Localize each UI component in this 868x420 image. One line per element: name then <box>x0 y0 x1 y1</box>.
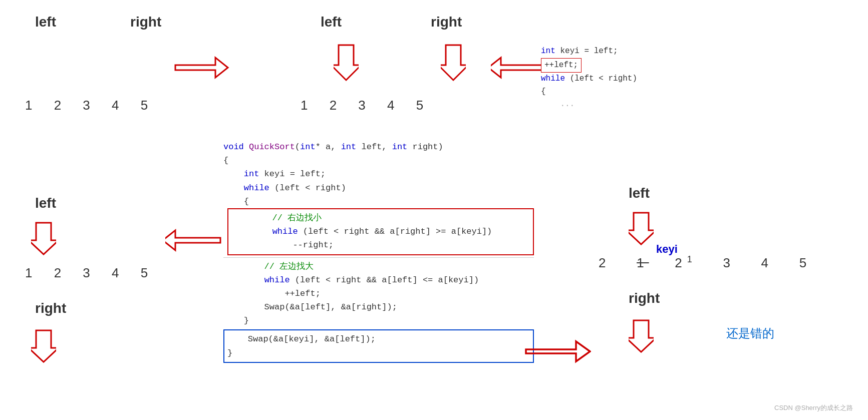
top-right-code: int keyi = left; ++left; while (left < r… <box>541 45 637 111</box>
svg-marker-3 <box>491 58 546 78</box>
svg-marker-7 <box>526 341 590 361</box>
arrow-down-right-left <box>629 210 654 245</box>
top-right-label: right <box>130 14 161 30</box>
svg-marker-4 <box>31 223 56 254</box>
right-section-left-label: left <box>629 185 650 201</box>
left-section-numbers: 1 2 3 4 5 <box>25 265 157 281</box>
svg-marker-2 <box>441 45 466 80</box>
arrow-left-mid <box>165 225 225 255</box>
mid-left-label: left <box>321 14 342 30</box>
top-left-numbers: 1 2 3 4 5 <box>25 98 157 113</box>
svg-marker-8 <box>629 213 654 244</box>
arrow-right-top <box>170 53 230 83</box>
svg-marker-6 <box>165 230 220 250</box>
top-left-label: left <box>35 14 56 30</box>
arrow-down-right-right <box>629 318 654 353</box>
left-section-left-label: left <box>35 195 56 211</box>
arrow-down-mid-right <box>441 43 466 83</box>
right-section-numbers: 2 1 21 3 4 5 <box>599 254 811 271</box>
svg-marker-5 <box>31 330 56 362</box>
svg-marker-9 <box>629 320 654 352</box>
left-section-right-label: right <box>35 300 66 316</box>
mid-numbers: 1 2 3 4 5 <box>301 98 432 113</box>
code-block: void QuickSort(int* a, int left, int rig… <box>223 140 534 363</box>
svg-marker-0 <box>175 58 228 78</box>
mid-right-label: right <box>431 14 462 30</box>
arrow-right-bottom <box>521 335 591 368</box>
arrow-down-left-left <box>31 220 56 255</box>
svg-marker-1 <box>334 45 359 80</box>
arrow-down-mid-left <box>334 43 359 83</box>
arrow-down-left-right <box>31 328 56 363</box>
right-section-right-label: right <box>629 290 660 306</box>
still-wrong-label: 还是错的 <box>726 325 774 341</box>
watermark: CSDN @Sherry的成长之路 <box>774 403 853 412</box>
